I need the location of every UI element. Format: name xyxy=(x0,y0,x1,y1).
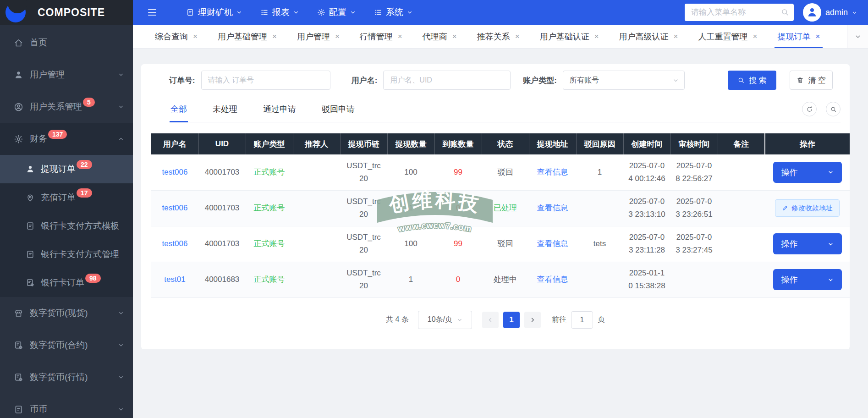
row-action-dropdown-button[interactable]: 操作 xyxy=(773,233,842,254)
cell-remark xyxy=(718,154,765,190)
brand-area: COMPOSITE xyxy=(0,0,133,25)
doc-gear-icon xyxy=(26,278,35,287)
prev-page-button[interactable] xyxy=(482,312,499,328)
subtab-全部[interactable]: 全部 xyxy=(170,104,188,122)
subtab-驳回申请[interactable]: 驳回申请 xyxy=(321,104,356,122)
order-no-input[interactable] xyxy=(201,71,330,90)
sidebar-item-数字货币(合约)[interactable]: 数字货币(合约) xyxy=(0,329,133,361)
account-type-select[interactable]: 所有账号 xyxy=(563,71,685,90)
nav-menu-报表[interactable]: 报表 xyxy=(251,0,308,25)
page-size-select[interactable]: 10条/页 xyxy=(418,311,472,329)
sidebar-item-用户关系管理[interactable]: 用户关系管理5 xyxy=(0,91,133,123)
sidebar-item-用户管理[interactable]: 用户管理 xyxy=(0,59,133,91)
cell-username: test006 xyxy=(151,154,198,190)
count-badge: 22 xyxy=(77,160,92,169)
tab-提现订单[interactable]: 提现订单× xyxy=(767,25,830,48)
cell-address-link-value[interactable]: 查看信息 xyxy=(537,204,568,212)
table-row: test00640001703正式账号USDT_trc2010已处理查看信息20… xyxy=(151,190,850,226)
tab-代理商[interactable]: 代理商× xyxy=(412,25,467,48)
sidebar-item-label: 用户关系管理 xyxy=(30,101,82,113)
tab-label: 用户基础管理 xyxy=(218,31,267,42)
cell-username-value[interactable]: test006 xyxy=(162,204,188,212)
sidebar-item-财务[interactable]: 财务137 xyxy=(0,123,133,155)
cell-username-value[interactable]: test006 xyxy=(162,168,188,176)
cell-status: 驳回 xyxy=(482,154,529,190)
sidebar-item-数字货币(现货)[interactable]: 数字货币(现货) xyxy=(0,297,133,329)
tab-人工重置管理[interactable]: 人工重置管理× xyxy=(688,25,768,48)
main-content: 订单号: 用户名: 账户类型: 所有账号 搜 索 清 空 xyxy=(133,49,868,418)
close-icon[interactable]: × xyxy=(674,32,678,41)
hamburger-menu-icon[interactable] xyxy=(147,7,158,18)
clear-button[interactable]: 清 空 xyxy=(790,71,833,90)
sidebar-item-币币[interactable]: 币币 xyxy=(0,393,133,418)
tab-用户基础认证[interactable]: 用户基础认证× xyxy=(530,25,609,48)
chevron-down-icon xyxy=(236,10,242,15)
next-page-button[interactable] xyxy=(524,312,541,328)
tabbar-overflow-chevron-icon[interactable] xyxy=(847,25,868,48)
close-icon[interactable]: × xyxy=(272,32,277,41)
tab-推荐关系[interactable]: 推荐关系× xyxy=(467,25,530,48)
cell-username-value[interactable]: test006 xyxy=(162,239,188,248)
sidebar-item-提现订单[interactable]: 提现订单22 xyxy=(0,155,133,183)
sidebar-item-银行卡订单[interactable]: 银行卡订单98 xyxy=(0,269,133,297)
tab-用户管理[interactable]: 用户管理× xyxy=(287,25,350,48)
tab-用户高级认证[interactable]: 用户高级认证× xyxy=(609,25,688,48)
chevron-down-icon xyxy=(293,10,299,15)
sidebar-item-充值订单[interactable]: 充值订单17 xyxy=(0,183,133,212)
refresh-icon[interactable] xyxy=(802,102,817,116)
row-action-label: 操作 xyxy=(781,167,798,178)
close-icon[interactable]: × xyxy=(398,32,402,41)
cell-created-time: 2025-01-10 15:38:28 xyxy=(623,262,670,297)
row-action-dropdown-button[interactable]: 操作 xyxy=(773,162,842,183)
cell-account-type: 正式账号 xyxy=(246,226,293,262)
user-menu[interactable]: admin xyxy=(803,3,857,22)
cell-address-link-value[interactable]: 查看信息 xyxy=(537,239,568,248)
cell-username-value[interactable]: test01 xyxy=(164,275,185,284)
cell-address-link-value[interactable]: 查看信息 xyxy=(537,168,568,176)
nav-menu-配置[interactable]: 配置 xyxy=(308,0,365,25)
nav-menu-系统[interactable]: 系统 xyxy=(365,0,422,25)
tab-用户基础管理[interactable]: 用户基础管理× xyxy=(208,25,287,48)
doc-icon xyxy=(14,405,23,414)
cell-address-link-value[interactable]: 查看信息 xyxy=(537,275,568,284)
col-header-创建时间: 创建时间 xyxy=(623,133,670,154)
goto-page-input[interactable] xyxy=(571,311,593,329)
subtab-通过申请[interactable]: 通过申请 xyxy=(262,104,297,122)
close-icon[interactable]: × xyxy=(452,32,457,41)
sidebar-item-首页[interactable]: 首页 xyxy=(0,27,133,59)
search-icon[interactable] xyxy=(826,102,841,116)
chevron-down-icon xyxy=(118,407,124,412)
cell-status: 处理中 xyxy=(482,262,529,297)
edit-payout-address-button[interactable]: 修改收款地址 xyxy=(775,199,840,217)
close-icon[interactable]: × xyxy=(515,32,520,41)
cell-uid: 40001703 xyxy=(198,154,246,190)
search-button[interactable]: 搜 索 xyxy=(728,71,776,90)
cell-amount: 100 xyxy=(387,154,434,190)
close-icon[interactable]: × xyxy=(753,32,758,41)
close-icon[interactable]: × xyxy=(594,32,599,41)
username-input[interactable] xyxy=(383,71,511,90)
page-number-1[interactable]: 1 xyxy=(503,312,520,328)
cell-reject-reason: 1 xyxy=(576,154,623,190)
tab-综合查询[interactable]: 综合查询× xyxy=(145,25,208,48)
content-card: 订单号: 用户名: 账户类型: 所有账号 搜 索 清 空 xyxy=(141,64,850,349)
cell-received-value: 0 xyxy=(456,275,460,284)
cell-account-type-value: 正式账号 xyxy=(254,275,285,284)
clear-button-label: 清 空 xyxy=(808,75,826,86)
brand-name: COMPOSITE xyxy=(38,6,105,19)
sidebar-item-银行卡支付方式管理[interactable]: 银行卡支付方式管理 xyxy=(0,240,133,269)
withdraw-orders-table: 用户名UID账户类型推荐人提现币链提现数量到账数量状态提现地址驳回原因创建时间审… xyxy=(151,133,850,298)
nav-menu-理财矿机[interactable]: 理财矿机 xyxy=(177,0,251,25)
close-icon[interactable]: × xyxy=(335,32,340,41)
cell-referrer xyxy=(293,190,340,226)
sidebar-item-数字货币(行情)[interactable]: 数字货币(行情) xyxy=(0,361,133,393)
close-icon[interactable]: × xyxy=(815,32,820,41)
menu-search-input[interactable] xyxy=(685,4,794,21)
search-icon[interactable] xyxy=(780,8,789,16)
subtab-未处理[interactable]: 未处理 xyxy=(212,104,238,122)
pen-icon xyxy=(782,205,788,211)
tab-行情管理[interactable]: 行情管理× xyxy=(350,25,412,48)
sidebar-item-银行卡支付方式模板[interactable]: 银行卡支付方式模板 xyxy=(0,212,133,240)
row-action-dropdown-button[interactable]: 操作 xyxy=(773,269,842,290)
close-icon[interactable]: × xyxy=(193,32,198,41)
